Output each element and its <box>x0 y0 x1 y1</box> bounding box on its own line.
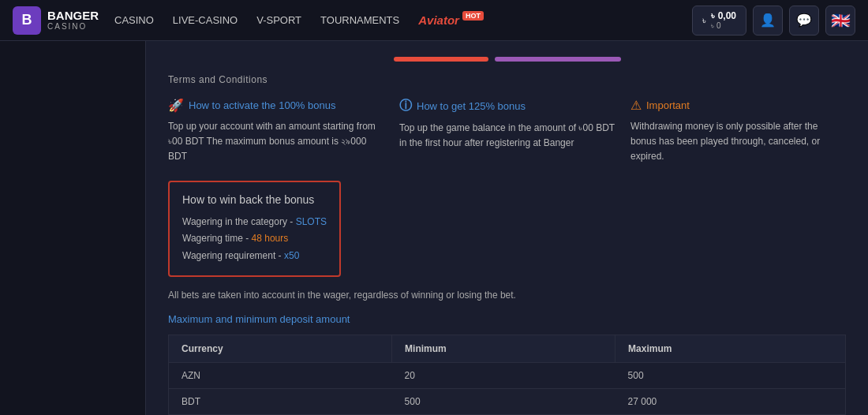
card-body-0: Top up your account with an amount start… <box>168 119 383 165</box>
winback-link-2: x50 <box>284 250 299 261</box>
winback-label-2: Wagering requirement - <box>182 250 284 261</box>
deposit-link[interactable]: Maximum and minimum deposit amount <box>168 313 846 325</box>
logo-text: BANGER CASINO <box>47 9 99 32</box>
navbar: B BANGER CASINO CASINO LIVE-CASINO V-SPO… <box>0 0 868 41</box>
balance-amount: ৳ 0,00 <box>711 10 736 21</box>
winback-box: How to win back the bonus Wagering in th… <box>168 181 341 278</box>
table-row: BDT50027 000 <box>169 389 846 415</box>
top-strip <box>168 57 846 62</box>
info-icon: ⓘ <box>399 98 412 114</box>
info-card-header-2: ⚠ Important <box>630 98 846 113</box>
disclaimer: All bets are taken into account in the w… <box>168 290 846 301</box>
table-row: AZN20500 <box>169 363 846 389</box>
winback-link-1: 48 hours <box>252 233 289 244</box>
chat-icon: 💬 <box>796 13 812 28</box>
table-cell: 500 <box>392 389 615 415</box>
table-cell: 27 000 <box>615 389 846 415</box>
balance-sub: ৳ 0 <box>711 21 736 31</box>
profile-button[interactable]: 👤 <box>753 6 783 36</box>
logo-icon: B <box>13 6 41 35</box>
strip-red <box>394 57 488 62</box>
nav-casino[interactable]: CASINO <box>114 14 154 26</box>
col-currency: Currency <box>169 335 392 363</box>
card-title-2: Important <box>646 99 690 111</box>
card-title-1: How to get 125% bonus <box>417 100 526 112</box>
profile-icon: 👤 <box>760 13 776 28</box>
nav-vsport[interactable]: V-SPORT <box>256 14 301 26</box>
card-body-1: Top up the game balance in the amount of… <box>399 121 615 151</box>
table-cell: 500 <box>615 363 846 389</box>
section-title: Terms and Conditions <box>168 74 846 85</box>
info-card-1: ⓘ How to get 125% bonus Top up the game … <box>399 98 615 165</box>
winback-title: How to win back the bonus <box>182 193 327 206</box>
brand-name: BANGER <box>47 9 99 23</box>
chat-button[interactable]: 💬 <box>789 6 819 36</box>
table-cell: 20 <box>392 363 615 389</box>
sidebar <box>0 41 146 415</box>
nav-live-casino[interactable]: LIVE-CASINO <box>173 14 238 26</box>
nav-tournaments[interactable]: TOURNAMENTS <box>320 14 399 26</box>
flag-icon: 🇬🇧 <box>831 11 851 30</box>
nav-links: CASINO LIVE-CASINO V-SPORT TOURNAMENTS A… <box>114 13 676 27</box>
table-body: AZN20500BDT50027 000BRL251 600EUR5300INR… <box>169 363 846 415</box>
brand-sub: CASINO <box>47 22 99 31</box>
col-minimum: Minimum <box>392 335 615 363</box>
main-content: Terms and Conditions 🚀 How to activate t… <box>146 41 868 415</box>
logo[interactable]: B BANGER CASINO <box>13 6 99 35</box>
deposit-table: Currency Minimum Maximum AZN20500BDT5002… <box>168 335 846 415</box>
card-body-2: Withdrawing money is only possible after… <box>630 119 846 165</box>
info-card-header-1: ⓘ How to get 125% bonus <box>399 98 615 114</box>
hot-badge: HOT <box>462 11 484 21</box>
table-cell: BDT <box>169 389 392 415</box>
winback-row-1: Wagering time - 48 hours <box>182 230 327 248</box>
winback-label-0: Wagering in the category - <box>182 216 296 227</box>
table-header-row: Currency Minimum Maximum <box>169 335 846 363</box>
info-card-header-0: 🚀 How to activate the 100% bonus <box>168 98 383 113</box>
table-head: Currency Minimum Maximum <box>169 335 846 363</box>
aviator-label: Aviator <box>418 13 459 27</box>
info-card-2: ⚠ Important Withdrawing money is only po… <box>630 98 846 165</box>
warning-icon: ⚠ <box>630 98 642 113</box>
winback-row-2: Wagering requirement - x50 <box>182 248 327 265</box>
winback-label-1: Wagering time - <box>182 233 252 244</box>
balance-button[interactable]: ৳ ৳ 0,00 ৳ 0 <box>692 6 746 36</box>
table-cell: AZN <box>169 363 392 389</box>
page-wrapper: Terms and Conditions 🚀 How to activate t… <box>0 41 868 415</box>
language-button[interactable]: 🇬🇧 <box>825 6 855 36</box>
winback-link-0: SLOTS <box>296 216 327 227</box>
nav-aviator[interactable]: Aviator HOT <box>418 13 484 27</box>
winback-row-0: Wagering in the category - SLOTS <box>182 214 327 231</box>
strip-purple <box>495 57 621 62</box>
col-maximum: Maximum <box>615 335 846 363</box>
card-title-0: How to activate the 100% bonus <box>189 99 335 111</box>
info-cards: 🚀 How to activate the 100% bonus Top up … <box>168 98 846 165</box>
info-card-0: 🚀 How to activate the 100% bonus Top up … <box>168 98 383 165</box>
rocket-icon: 🚀 <box>168 98 184 113</box>
navbar-right: ৳ ৳ 0,00 ৳ 0 👤 💬 🇬🇧 <box>692 6 855 36</box>
balance-icon: ৳ <box>702 15 706 26</box>
